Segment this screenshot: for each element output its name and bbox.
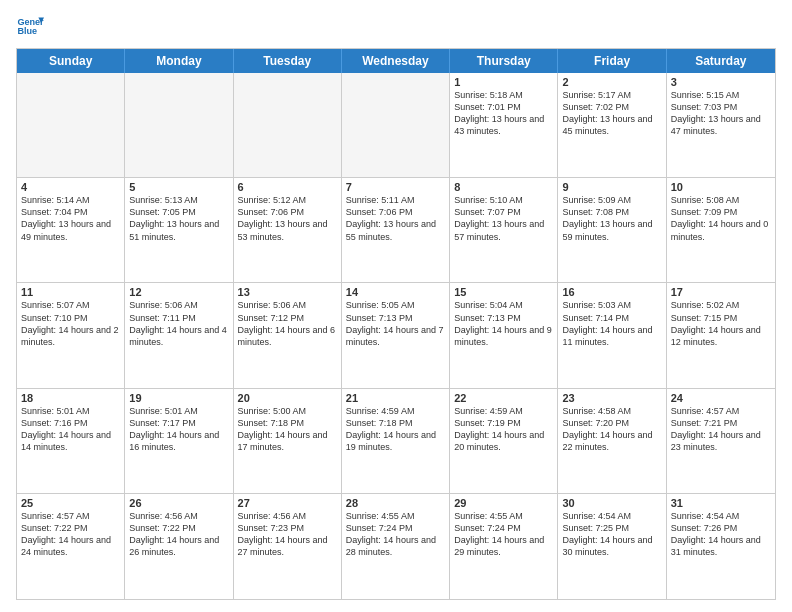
calendar-cell: 3Sunrise: 5:15 AM Sunset: 7:03 PM Daylig… [667, 73, 775, 177]
day-number: 11 [21, 286, 120, 298]
day-info: Sunrise: 4:58 AM Sunset: 7:20 PM Dayligh… [562, 405, 661, 454]
day-number: 26 [129, 497, 228, 509]
day-number: 5 [129, 181, 228, 193]
day-number: 25 [21, 497, 120, 509]
day-number: 24 [671, 392, 771, 404]
day-number: 9 [562, 181, 661, 193]
day-number: 14 [346, 286, 445, 298]
calendar-cell: 17Sunrise: 5:02 AM Sunset: 7:15 PM Dayli… [667, 283, 775, 387]
day-info: Sunrise: 4:56 AM Sunset: 7:22 PM Dayligh… [129, 510, 228, 559]
calendar-cell: 4Sunrise: 5:14 AM Sunset: 7:04 PM Daylig… [17, 178, 125, 282]
day-number: 12 [129, 286, 228, 298]
day-number: 17 [671, 286, 771, 298]
day-number: 28 [346, 497, 445, 509]
day-number: 20 [238, 392, 337, 404]
calendar-cell: 15Sunrise: 5:04 AM Sunset: 7:13 PM Dayli… [450, 283, 558, 387]
weekday-header-monday: Monday [125, 49, 233, 73]
day-info: Sunrise: 4:55 AM Sunset: 7:24 PM Dayligh… [346, 510, 445, 559]
day-info: Sunrise: 5:08 AM Sunset: 7:09 PM Dayligh… [671, 194, 771, 243]
day-info: Sunrise: 5:15 AM Sunset: 7:03 PM Dayligh… [671, 89, 771, 138]
day-number: 10 [671, 181, 771, 193]
calendar-cell: 23Sunrise: 4:58 AM Sunset: 7:20 PM Dayli… [558, 389, 666, 493]
calendar-cell: 20Sunrise: 5:00 AM Sunset: 7:18 PM Dayli… [234, 389, 342, 493]
day-number: 21 [346, 392, 445, 404]
day-info: Sunrise: 4:56 AM Sunset: 7:23 PM Dayligh… [238, 510, 337, 559]
calendar-cell: 19Sunrise: 5:01 AM Sunset: 7:17 PM Dayli… [125, 389, 233, 493]
day-info: Sunrise: 5:10 AM Sunset: 7:07 PM Dayligh… [454, 194, 553, 243]
calendar-cell [342, 73, 450, 177]
day-info: Sunrise: 5:17 AM Sunset: 7:02 PM Dayligh… [562, 89, 661, 138]
weekday-header-saturday: Saturday [667, 49, 775, 73]
calendar-cell: 6Sunrise: 5:12 AM Sunset: 7:06 PM Daylig… [234, 178, 342, 282]
day-info: Sunrise: 5:06 AM Sunset: 7:11 PM Dayligh… [129, 299, 228, 348]
day-info: Sunrise: 4:59 AM Sunset: 7:19 PM Dayligh… [454, 405, 553, 454]
calendar-cell [234, 73, 342, 177]
calendar-cell [125, 73, 233, 177]
day-info: Sunrise: 5:01 AM Sunset: 7:16 PM Dayligh… [21, 405, 120, 454]
day-info: Sunrise: 5:07 AM Sunset: 7:10 PM Dayligh… [21, 299, 120, 348]
day-number: 19 [129, 392, 228, 404]
day-number: 13 [238, 286, 337, 298]
day-number: 31 [671, 497, 771, 509]
calendar-cell: 16Sunrise: 5:03 AM Sunset: 7:14 PM Dayli… [558, 283, 666, 387]
calendar-cell: 5Sunrise: 5:13 AM Sunset: 7:05 PM Daylig… [125, 178, 233, 282]
day-number: 29 [454, 497, 553, 509]
calendar-week-1: 1Sunrise: 5:18 AM Sunset: 7:01 PM Daylig… [17, 73, 775, 178]
calendar-cell: 25Sunrise: 4:57 AM Sunset: 7:22 PM Dayli… [17, 494, 125, 599]
calendar-cell: 14Sunrise: 5:05 AM Sunset: 7:13 PM Dayli… [342, 283, 450, 387]
day-number: 4 [21, 181, 120, 193]
calendar-cell: 9Sunrise: 5:09 AM Sunset: 7:08 PM Daylig… [558, 178, 666, 282]
day-info: Sunrise: 4:55 AM Sunset: 7:24 PM Dayligh… [454, 510, 553, 559]
calendar-cell: 26Sunrise: 4:56 AM Sunset: 7:22 PM Dayli… [125, 494, 233, 599]
calendar-cell: 2Sunrise: 5:17 AM Sunset: 7:02 PM Daylig… [558, 73, 666, 177]
day-number: 23 [562, 392, 661, 404]
day-info: Sunrise: 4:59 AM Sunset: 7:18 PM Dayligh… [346, 405, 445, 454]
calendar-cell: 10Sunrise: 5:08 AM Sunset: 7:09 PM Dayli… [667, 178, 775, 282]
calendar-cell: 8Sunrise: 5:10 AM Sunset: 7:07 PM Daylig… [450, 178, 558, 282]
day-number: 3 [671, 76, 771, 88]
day-info: Sunrise: 5:11 AM Sunset: 7:06 PM Dayligh… [346, 194, 445, 243]
day-info: Sunrise: 5:03 AM Sunset: 7:14 PM Dayligh… [562, 299, 661, 348]
calendar-cell: 1Sunrise: 5:18 AM Sunset: 7:01 PM Daylig… [450, 73, 558, 177]
day-number: 6 [238, 181, 337, 193]
calendar-cell: 21Sunrise: 4:59 AM Sunset: 7:18 PM Dayli… [342, 389, 450, 493]
calendar-cell: 12Sunrise: 5:06 AM Sunset: 7:11 PM Dayli… [125, 283, 233, 387]
calendar-week-4: 18Sunrise: 5:01 AM Sunset: 7:16 PM Dayli… [17, 389, 775, 494]
weekday-header-tuesday: Tuesday [234, 49, 342, 73]
header: General Blue [16, 12, 776, 40]
calendar-header: SundayMondayTuesdayWednesdayThursdayFrid… [17, 49, 775, 73]
day-info: Sunrise: 4:54 AM Sunset: 7:26 PM Dayligh… [671, 510, 771, 559]
calendar-week-3: 11Sunrise: 5:07 AM Sunset: 7:10 PM Dayli… [17, 283, 775, 388]
day-number: 18 [21, 392, 120, 404]
day-number: 1 [454, 76, 553, 88]
day-number: 2 [562, 76, 661, 88]
calendar-body: 1Sunrise: 5:18 AM Sunset: 7:01 PM Daylig… [17, 73, 775, 599]
weekday-header-wednesday: Wednesday [342, 49, 450, 73]
day-info: Sunrise: 5:09 AM Sunset: 7:08 PM Dayligh… [562, 194, 661, 243]
calendar-week-5: 25Sunrise: 4:57 AM Sunset: 7:22 PM Dayli… [17, 494, 775, 599]
day-number: 22 [454, 392, 553, 404]
day-info: Sunrise: 4:57 AM Sunset: 7:21 PM Dayligh… [671, 405, 771, 454]
calendar-cell: 22Sunrise: 4:59 AM Sunset: 7:19 PM Dayli… [450, 389, 558, 493]
calendar-cell: 24Sunrise: 4:57 AM Sunset: 7:21 PM Dayli… [667, 389, 775, 493]
svg-text:Blue: Blue [17, 26, 37, 36]
calendar-cell: 7Sunrise: 5:11 AM Sunset: 7:06 PM Daylig… [342, 178, 450, 282]
day-info: Sunrise: 5:02 AM Sunset: 7:15 PM Dayligh… [671, 299, 771, 348]
calendar-cell: 30Sunrise: 4:54 AM Sunset: 7:25 PM Dayli… [558, 494, 666, 599]
calendar-cell: 13Sunrise: 5:06 AM Sunset: 7:12 PM Dayli… [234, 283, 342, 387]
logo-icon: General Blue [16, 12, 44, 40]
day-number: 8 [454, 181, 553, 193]
day-number: 15 [454, 286, 553, 298]
day-number: 27 [238, 497, 337, 509]
day-info: Sunrise: 4:54 AM Sunset: 7:25 PM Dayligh… [562, 510, 661, 559]
day-number: 16 [562, 286, 661, 298]
weekday-header-sunday: Sunday [17, 49, 125, 73]
calendar-cell [17, 73, 125, 177]
day-info: Sunrise: 5:18 AM Sunset: 7:01 PM Dayligh… [454, 89, 553, 138]
day-info: Sunrise: 5:12 AM Sunset: 7:06 PM Dayligh… [238, 194, 337, 243]
day-info: Sunrise: 5:05 AM Sunset: 7:13 PM Dayligh… [346, 299, 445, 348]
day-info: Sunrise: 5:13 AM Sunset: 7:05 PM Dayligh… [129, 194, 228, 243]
calendar-cell: 11Sunrise: 5:07 AM Sunset: 7:10 PM Dayli… [17, 283, 125, 387]
calendar-week-2: 4Sunrise: 5:14 AM Sunset: 7:04 PM Daylig… [17, 178, 775, 283]
calendar-cell: 29Sunrise: 4:55 AM Sunset: 7:24 PM Dayli… [450, 494, 558, 599]
